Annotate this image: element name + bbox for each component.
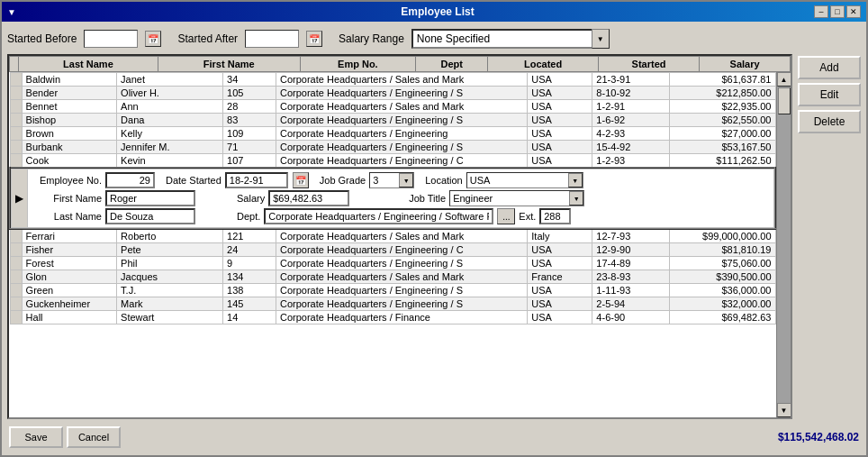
col-dept[interactable]: Dept [416,57,488,72]
started-after-input[interactable] [245,30,299,48]
location-form-label: Location [425,175,463,186]
table-row[interactable]: GuckenheimerMark145Corporate Headquarter… [10,297,775,311]
table-row[interactable]: BennetAnn28Corporate Headquarters / Sale… [10,100,775,114]
window-title: Employee List [61,5,814,18]
job-title-wrapper: Engineer Manager Director ▼ [449,190,584,206]
salary-range-label: Salary Range [339,32,404,45]
table-scrollbar[interactable]: ▲ ▼ [776,72,791,417]
table-row[interactable]: BurbankJennifer M.71Corporate Headquarte… [10,141,775,154]
title-bar-buttons: – □ ✕ [814,5,861,18]
employee-table: Last Name First Name Emp No. Dept Locate… [9,56,791,72]
scroll-up-button[interactable]: ▲ [777,72,791,87]
scroll-thumb[interactable] [778,87,791,114]
started-before-input[interactable] [84,30,138,48]
last-name-form-input[interactable] [105,208,195,224]
date-started-calendar-button[interactable]: 📅 [293,172,309,188]
first-name-form-input[interactable] [105,190,195,206]
started-before-label: Started Before [7,32,77,45]
last-name-form-label: Last Name [32,211,102,222]
job-grade-select[interactable]: 3 1 2 4 5 [369,172,414,188]
location-wrapper: USA Italy France ▼ [466,172,583,188]
footer: Save Cancel $115,542,468.02 [7,423,861,450]
side-buttons: Add Edit Delete [798,54,861,419]
salary-form-label: Salary [237,193,265,204]
edit-button[interactable]: Edit [798,83,861,106]
job-grade-form-label: Job Grade [320,175,366,186]
date-started-form-label: Date Started [166,175,222,186]
table-row[interactable]: BenderOliver H.105Corporate Headquarters… [10,87,775,100]
toolbar: Started Before 📅 Started After 📅 Salary … [7,27,861,50]
emp-no-form-label: Employee No. [32,175,102,186]
maximize-button[interactable]: □ [830,5,845,18]
col-first-name[interactable]: First Name [158,57,300,72]
cancel-button[interactable]: Cancel [67,426,121,448]
table-row[interactable]: BrownKelly109Corporate Headquarters / En… [10,127,775,141]
minimize-button[interactable]: – [814,5,828,18]
delete-button[interactable]: Delete [798,110,861,133]
location-select[interactable]: USA Italy France [466,172,583,188]
current-row-indicator: ▶ [15,192,23,205]
first-name-form-label: First Name [32,193,102,204]
col-started[interactable]: Started [598,57,699,72]
table-row[interactable]: ForestPhil9Corporate Headquarters / Engi… [10,257,775,270]
total-amount: $115,542,468.02 [778,431,859,443]
table-row[interactable]: FisherPete24Corporate Headquarters / Eng… [10,243,775,257]
col-emp-no[interactable]: Emp No. [300,57,415,72]
date-started-form-input[interactable] [225,172,288,188]
started-before-calendar-button[interactable]: 📅 [145,31,161,47]
main-area: Last Name First Name Emp No. Dept Locate… [7,54,861,419]
footer-buttons: Save Cancel [9,426,121,448]
started-after-calendar-button[interactable]: 📅 [306,31,322,47]
col-located[interactable]: Located [488,57,599,72]
job-title-select[interactable]: Engineer Manager Director [449,190,584,206]
table-row[interactable]: GlonJacques134Corporate Headquarters / S… [10,270,775,284]
dept-form-label: Dept. [237,211,260,222]
ext-form-input[interactable] [539,208,571,224]
add-button[interactable]: Add [798,56,861,79]
col-salary[interactable]: Salary [700,57,791,72]
col-last-name[interactable]: Last Name [19,57,158,72]
salary-range-value: None Specified [417,32,490,45]
dept-form-input[interactable] [264,208,493,224]
table-row[interactable]: HallStewart14Corporate Headquarters / Fi… [10,311,775,324]
window-content: Started Before 📅 Started After 📅 Salary … [2,22,866,455]
table-row[interactable]: CookKevin107Corporate Headquarters / Eng… [10,154,775,169]
salary-form-input[interactable] [268,190,349,206]
dept-browse-button[interactable]: ... [497,208,515,224]
job-grade-wrapper: 3 1 2 4 5 [369,172,414,188]
table-header: Last Name First Name Emp No. Dept Locate… [10,57,791,72]
salary-range-dropdown-button[interactable]: ▼ [592,29,610,49]
started-after-label: Started After [177,32,238,45]
job-title-form-label: Job Title [409,193,446,204]
scroll-down-button[interactable]: ▼ [777,403,791,417]
emp-no-form-input[interactable] [105,172,155,188]
save-button[interactable]: Save [9,426,63,448]
table-row[interactable]: GreenT.J.138Corporate Headquarters / Eng… [10,284,775,297]
scroll-track [777,87,791,403]
table-row[interactable]: BishopDana83Corporate Headquarters / Eng… [10,114,775,127]
title-bar: ▼ Employee List – □ ✕ [2,2,866,22]
table-row[interactable]: BaldwinJanet34Corporate Headquarters / S… [10,73,775,87]
employee-table-body: BaldwinJanet34Corporate Headquarters / S… [9,72,776,324]
table-row[interactable]: FerrariRoberto121Corporate Headquarters … [10,229,775,243]
close-button[interactable]: ✕ [846,5,861,18]
ext-form-label: Ext. [519,211,536,222]
edit-form-row: ▶ Employee No. Date Started [10,168,775,229]
main-window: ▼ Employee List – □ ✕ Started Before 📅 S… [0,0,868,457]
salary-range-wrapper: None Specified ▼ [411,29,610,49]
